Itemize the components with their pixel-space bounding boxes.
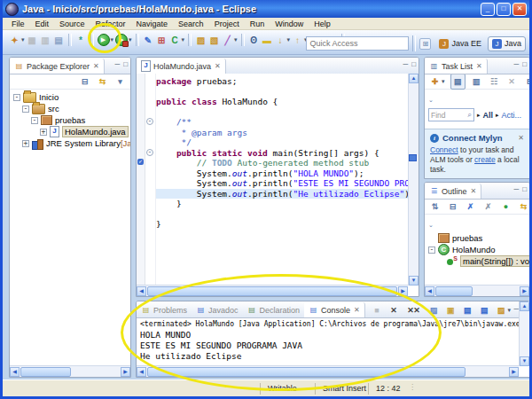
code-line-15[interactable]: }	[156, 219, 408, 230]
collapse-icon[interactable]: -	[31, 117, 38, 124]
console-output[interactable]: HOLA MUNDOESTE ES MI SEGUNDO PROGRAMA JA…	[137, 329, 519, 366]
debug-icon[interactable]: *	[74, 33, 88, 47]
hide-fields-icon[interactable]: ✗	[464, 200, 477, 214]
tree-item-holamundo-java[interactable]: +JHolaMundo.java	[10, 126, 130, 137]
horizontal-scrollbar[interactable]: ◀ ▶	[10, 365, 130, 377]
scroll-left-icon[interactable]: ◀	[10, 367, 20, 377]
code-line-11[interactable]: System.out.println("ESTE ES MI SEGUNDO P…	[156, 178, 408, 189]
scroll-lock-icon[interactable]: ▣	[443, 303, 457, 317]
quick-access-input[interactable]	[306, 36, 409, 51]
scroll-left-icon[interactable]: ◀	[425, 286, 434, 296]
minimize-view-icon[interactable]: ─	[114, 60, 120, 68]
tree-item-pruebas[interactable]: pruebas	[425, 232, 529, 244]
maximize-view-icon[interactable]: □	[411, 60, 416, 68]
minimize-button[interactable]: _	[481, 3, 495, 16]
new-java-package-icon[interactable]: ⊞	[155, 33, 168, 47]
menu-project[interactable]: Project	[209, 20, 245, 28]
tab-package-explorer[interactable]: ▤ Package Explorer ✕	[10, 59, 105, 74]
scroll-left-icon[interactable]: ◀	[137, 286, 146, 296]
tree-item-holamundo[interactable]: -CHolaMundo	[425, 244, 529, 255]
fold-collapse-icon[interactable]: -	[146, 149, 153, 156]
close-button[interactable]: ✕	[512, 3, 527, 16]
filter-all[interactable]: All	[483, 111, 494, 120]
code-line-6[interactable]: * @param args	[156, 128, 408, 138]
menu-help[interactable]: Help	[309, 20, 336, 28]
new-java-class-icon[interactable]: ✎	[142, 33, 155, 47]
categorized-icon[interactable]: ▤	[450, 74, 466, 90]
tab-javadoc[interactable]: ▤Javadoc	[192, 302, 243, 317]
tab-declaration[interactable]: ▤Declaration	[243, 302, 305, 317]
code-line-14[interactable]	[156, 209, 408, 220]
code-line-2[interactable]	[156, 87, 408, 98]
horizontal-scrollbar[interactable]: ◀ ▶	[425, 285, 529, 296]
dropdown-arrow-icon[interactable]: ▾	[287, 36, 291, 43]
maximize-view-icon[interactable]: □	[522, 60, 527, 68]
code-line-5[interactable]: /**	[156, 117, 408, 128]
task-find-input[interactable]: Find ⌕	[428, 108, 474, 121]
dropdown-arrow-icon[interactable]: ▾	[21, 36, 25, 43]
display-selected-console-icon[interactable]: ▤	[477, 303, 490, 317]
task-marker-icon[interactable]: ✓	[137, 159, 144, 165]
scroll-down-icon[interactable]: ▼	[520, 356, 529, 366]
dropdown-arrow-icon[interactable]: ▾	[182, 36, 185, 43]
menu-search[interactable]: Search	[173, 20, 209, 28]
editor-vertical-scrollbar[interactable]: ▲ ▼	[408, 74, 419, 286]
code-line-8[interactable]: public static void main(String[] args) {	[156, 148, 408, 159]
tab-problems[interactable]: ▤Problems	[137, 302, 192, 317]
collapse-all-icon[interactable]: ⊟	[78, 74, 91, 89]
maximize-button[interactable]: □	[497, 3, 511, 16]
console-horizontal-scrollbar[interactable]: ◀ ▶	[137, 365, 519, 377]
close-editor-icon[interactable]: ✕	[215, 62, 221, 70]
expand-icon[interactable]: +	[40, 129, 47, 136]
fold-collapse-icon[interactable]: -	[146, 118, 153, 125]
minimize-view-icon[interactable]: ─	[513, 185, 519, 193]
menu-refactor[interactable]: Refactor	[90, 20, 131, 28]
scroll-down-icon[interactable]: ▼	[409, 276, 419, 286]
close-mylyn-icon[interactable]: ✕	[518, 134, 524, 142]
collapse-icon[interactable]: -	[428, 246, 435, 254]
scheduled-icon[interactable]: ▥	[470, 74, 483, 89]
code-editor[interactable]: package pruebas; public class HolaMundo …	[156, 74, 408, 286]
scroll-right-icon[interactable]: ▶	[121, 367, 130, 377]
mylyn-link-connect[interactable]: Connect	[430, 145, 458, 154]
menu-navigate[interactable]: Navigate	[131, 20, 174, 28]
code-line-1[interactable]: package pruebas;	[156, 76, 408, 87]
tree-item-jre-system-library[interactable]: +JRE System Library [JavaSE-1.7]	[10, 137, 130, 149]
dropdown-arrow-icon[interactable]: ▾	[129, 36, 132, 43]
menu-file[interactable]: File	[6, 20, 30, 28]
menu-run[interactable]: Run	[245, 20, 270, 28]
menu-window[interactable]: Window	[270, 20, 309, 28]
code-line-3[interactable]: public class HolaMundo {	[156, 97, 408, 107]
code-line-9[interactable]: // TODO Auto-generated method stub	[156, 158, 408, 168]
hide-non-public-icon[interactable]: ●	[499, 200, 512, 214]
run-external-tools-button[interactable]: ▶▾	[114, 33, 133, 47]
close-view-icon[interactable]: ✕	[93, 62, 99, 70]
scroll-right-icon[interactable]: ▶	[520, 286, 529, 296]
scroll-up-icon[interactable]: ▲	[409, 74, 419, 83]
menu-edit[interactable]: Edit	[30, 20, 55, 28]
generate-icon[interactable]: C▾	[168, 33, 186, 47]
focus-workweek-icon[interactable]: ☷	[488, 74, 501, 89]
code-line-7[interactable]: */	[156, 137, 408, 148]
code-line-10[interactable]: System.out.println("HOLA MUNDO");	[156, 168, 408, 179]
collapse-icon[interactable]: -	[13, 94, 20, 101]
perspective-java[interactable]: JJava	[488, 36, 526, 51]
tree-item-main-string-vo[interactable]: main(String[]) : vo	[425, 255, 529, 267]
clear-console-icon[interactable]: ▨	[426, 303, 440, 317]
open-console-icon[interactable]: ▨▾	[494, 303, 512, 317]
minimize-view-icon[interactable]: ─	[513, 60, 519, 68]
toolbar-overflow-icon[interactable]: ⌄	[428, 97, 434, 103]
scroll-left-icon[interactable]: ◀	[137, 367, 146, 377]
remove-all-terminated-icon[interactable]: ✕✕	[403, 303, 423, 317]
new-wizard-icon[interactable]: ✦▾	[8, 33, 26, 47]
code-line-13[interactable]: }	[156, 199, 408, 209]
tree-item-pruebas[interactable]: -pruebas	[10, 114, 130, 126]
format-brush-icon[interactable]: ╱▾	[221, 33, 239, 47]
open-type-icon[interactable]: ▧	[207, 33, 221, 47]
pin-console-icon[interactable]: ▤	[460, 303, 473, 317]
link-with-editor-icon[interactable]: ⇆	[517, 200, 530, 214]
hide-completed-icon[interactable]: ✕	[505, 74, 519, 89]
tab-task-list[interactable]: ▥ Task List ✕	[425, 59, 488, 74]
close-view-icon[interactable]: ✕	[471, 187, 477, 195]
print-icon[interactable]: ▤	[52, 33, 66, 47]
